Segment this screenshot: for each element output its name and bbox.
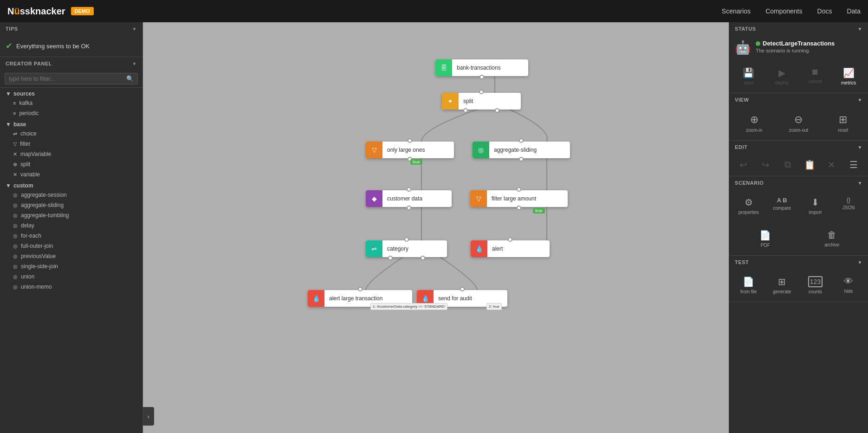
copy-button[interactable]: ⧉ [777, 157, 798, 172]
archive-icon: 🗑 [827, 230, 836, 240]
customer-data-label: customer data [382, 195, 427, 202]
view-grid: ⊕ zoom-in ⊖ zoom-out ⊞ reset [729, 106, 868, 140]
item-single-side-join[interactable]: ◎ single-side-join [0, 261, 143, 271]
paste-button[interactable]: 📋 [799, 157, 821, 172]
reset-button[interactable]: ⊞ reset [822, 111, 864, 136]
item-aggregate-tumbling[interactable]: ◎ aggregate-tumbling [0, 210, 143, 220]
item-periodic[interactable]: ≡ periodic [0, 108, 143, 118]
item-split[interactable]: ⊕ split [0, 159, 143, 169]
nav-data[interactable]: Data [847, 7, 861, 15]
item-mapVariable[interactable]: ✕ mapVariable [0, 149, 143, 159]
compare-button[interactable]: A B compare [766, 194, 798, 218]
save-icon: 💾 [743, 67, 754, 78]
cancel-icon: ⏹ [811, 67, 819, 77]
deploy-button[interactable]: ▶ deploy [766, 65, 798, 88]
item-aggregate-session[interactable]: ◎ aggregate-session [0, 190, 143, 200]
tips-chevron[interactable]: ▼ [132, 26, 137, 32]
node-filter-large-amount[interactable]: ▽ filter large amount [470, 190, 568, 207]
tips-section: TIPS ▼ ✔ Everything seems to be OK [0, 22, 143, 57]
filter-input[interactable] [9, 76, 126, 82]
item-aggregate-sliding[interactable]: ◎ aggregate-sliding [0, 200, 143, 210]
nav-components[interactable]: Components [765, 7, 802, 15]
counts-icon: 123 [808, 276, 823, 287]
archive-button[interactable]: 🗑 archive [800, 227, 865, 251]
agg-tumbling-icon: ◎ [13, 213, 18, 219]
counts-button[interactable]: 123 counts [800, 273, 831, 297]
topnav: Nüssknacker DEMO Scenarios Components Do… [0, 0, 868, 22]
test-chevron[interactable]: ▼ [858, 260, 862, 265]
filter-large-amount-icon: ▽ [470, 190, 487, 207]
canvas-area[interactable]: 🗄 bank-transactions ✦ split ▽ only large… [143, 22, 729, 433]
status-chevron[interactable]: ▼ [858, 26, 862, 32]
edge-label-2: 2: true [486, 303, 502, 310]
left-panel: TIPS ▼ ✔ Everything seems to be OK CREAT… [0, 22, 143, 433]
triangle-down-icon-custom: ▼ [6, 182, 11, 189]
category-sources[interactable]: ▼ sources [0, 88, 143, 98]
view-chevron[interactable]: ▼ [858, 97, 862, 103]
cancel-button[interactable]: ⏹ cancel [800, 65, 831, 88]
alert-large-transaction-icon: 💧 [308, 290, 324, 307]
delete-button[interactable]: ✕ [821, 157, 842, 172]
reset-icon: ⊞ [839, 114, 847, 126]
import-button[interactable]: ⬇ import [800, 194, 831, 218]
canvas-toggle[interactable]: ‹ [143, 407, 154, 426]
scenario-header: SCENARIO ▼ [729, 176, 868, 189]
true-badge-1: true [410, 159, 422, 165]
generate-button[interactable]: ⊞ generate [766, 273, 798, 297]
redo-button[interactable]: ↪ [755, 157, 777, 172]
creator-chevron[interactable]: ▼ [132, 61, 137, 66]
zoom-out-button[interactable]: ⊖ zoom-out [777, 111, 820, 136]
scenario-chevron[interactable]: ▼ [858, 181, 862, 186]
node-customer-data[interactable]: ◆ customer data [366, 190, 452, 207]
menu-button[interactable]: ☰ [843, 157, 865, 172]
nav-docs[interactable]: Docs [817, 7, 832, 15]
toolbar-grid: 💾 save ▶ deploy ⏹ cancel 📈 metrics [729, 60, 868, 93]
from-file-button[interactable]: 📄 from file [733, 273, 764, 297]
item-choice[interactable]: ⇌ choice [0, 129, 143, 139]
copy-icon: ⧉ [784, 159, 791, 170]
metrics-button[interactable]: 📈 metrics [833, 65, 864, 88]
from-file-icon: 📄 [743, 276, 754, 287]
scenario-section: SCENARIO ▼ ⚙ properties A B compare ⬇ im… [729, 176, 868, 256]
right-panel: STATUS ▼ 🤖 DetectLargeTransactions The s… [729, 22, 868, 433]
split-flow-icon: ✦ [442, 93, 459, 110]
metrics-icon: 📈 [843, 67, 855, 78]
node-alert[interactable]: 💧 alert [471, 240, 550, 257]
node-bank-transactions[interactable]: 🗄 bank-transactions [435, 59, 528, 76]
edit-chevron[interactable]: ▼ [858, 145, 862, 150]
properties-button[interactable]: ⚙ properties [733, 194, 764, 218]
item-full-outer-join[interactable]: ◎ full-outer-join [0, 241, 143, 251]
connections-svg [143, 22, 729, 433]
item-for-each[interactable]: ◎ for-each [0, 231, 143, 241]
edit-section: EDIT ▼ ↩ ↪ ⧉ 📋 ✕ ☰ [729, 141, 868, 176]
pdf-button[interactable]: 📄 PDF [733, 227, 798, 251]
zoom-out-icon: ⊖ [794, 114, 803, 126]
properties-icon: ⚙ [745, 197, 753, 208]
union-icon: ◎ [13, 274, 18, 280]
item-previousValue[interactable]: ◎ previousValue [0, 251, 143, 261]
item-filter[interactable]: ▽ filter [0, 139, 143, 149]
undo-button[interactable]: ↩ [733, 157, 754, 172]
node-category[interactable]: ⇌ category [366, 240, 447, 257]
item-union-memo[interactable]: ◎ union-memo [0, 282, 143, 292]
zoom-in-button[interactable]: ⊕ zoom-in [733, 111, 776, 136]
import-icon: ⬇ [811, 197, 819, 208]
node-aggregate-sliding[interactable]: ◎ aggregate-sliding [473, 142, 570, 158]
item-delay[interactable]: ◎ delay [0, 220, 143, 231]
send-for-audit-label: send for audit [434, 295, 477, 302]
save-button[interactable]: 💾 save [733, 65, 764, 88]
item-variable[interactable]: ✕ variable [0, 169, 143, 180]
bank-transactions-icon: 🗄 [435, 59, 452, 76]
hide-button[interactable]: 👁 hide [833, 273, 864, 297]
nav-scenarios[interactable]: Scenarios [722, 7, 751, 15]
node-only-large-ones[interactable]: ▽ only large ones [366, 142, 454, 158]
agg-session-icon: ◎ [13, 192, 18, 198]
item-kafka[interactable]: ≡ kafka [0, 98, 143, 108]
category-custom[interactable]: ▼ custom [0, 180, 143, 190]
category-base[interactable]: ▼ base [0, 118, 143, 129]
json-button[interactable]: {} JSON [833, 194, 864, 218]
status-content: 🤖 DetectLargeTransactions The scenario i… [729, 35, 868, 60]
node-split[interactable]: ✦ split [442, 93, 521, 110]
item-union[interactable]: ◎ union [0, 271, 143, 282]
bank-transactions-label: bank-transactions [452, 65, 505, 71]
